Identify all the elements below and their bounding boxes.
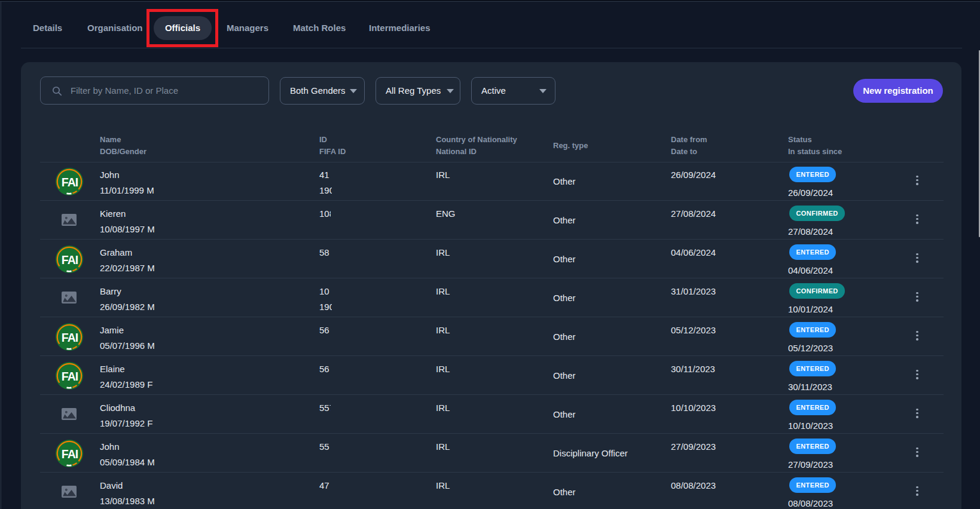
- svg-text:FAI: FAI: [62, 370, 78, 383]
- svg-text:FAI: FAI: [62, 331, 78, 344]
- svg-text:FAI: FAI: [62, 176, 78, 189]
- svg-text:FAI: FAI: [62, 253, 78, 266]
- svg-text:FAI: FAI: [62, 447, 78, 461]
